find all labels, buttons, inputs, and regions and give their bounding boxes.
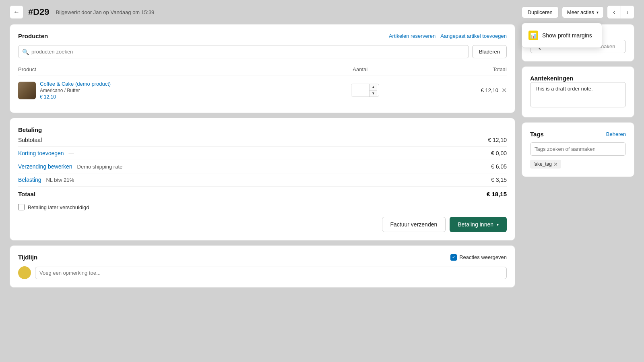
tag-remove-button[interactable]: ✕ [553,162,558,167]
betaling-later-row: Betaling later verschuldigd [18,204,507,210]
product-qty-wrap: 1 ▲ ▼ [319,84,411,97]
table-header: Product Aantal Totaal [18,65,507,76]
nav-arrows: ‹ › [607,5,634,19]
tijdlijn-bottom [18,266,507,279]
factuur-verzenden-button[interactable]: Factuur verzenden [382,217,446,232]
korting-row-left: Korting toevoegen — [18,150,74,156]
tijdlijn-card: Tijdlijn ✓ Reacties weergeven [10,245,515,288]
right-column: Klant 🔍 Aantekeningen This is a draft or… [522,24,634,356]
verzending-value: € 6,05 [491,163,507,170]
comment-input[interactable] [35,267,507,279]
tags-header: Tags Beheren [530,131,626,138]
product-total-price: € 12,10 [481,87,498,93]
tags-beheren-link[interactable]: Beheren [606,131,626,137]
betaling-later-label: Betaling later verschuldigd [28,204,89,210]
tag-label: fake_tag [533,161,552,167]
belasting-sub: NL btw 21% [46,177,74,183]
tijdlijn-header: Tijdlijn ✓ Reacties weergeven [18,254,507,261]
show-profit-margins-label: Show profit margins [542,32,592,39]
betaling-subtotaal-row: Subtotaal € 12,10 [18,134,507,147]
totaal-label: Totaal [18,191,35,197]
betaling-innen-button[interactable]: Betaling innen ▾ [450,217,507,232]
product-variant: Americano / Butter [40,88,315,93]
verzending-link[interactable]: Verzending bewerken [18,163,72,170]
betaling-card: Betaling Subtotaal € 12,10 Korting toevo… [10,118,515,241]
product-image [18,82,36,99]
korting-value: € 0,00 [491,150,507,156]
products-header-links: Artikelen reserveren Aangepast artikel t… [389,33,507,39]
avatar [18,266,31,279]
products-card: Producten Artikelen reserveren Aangepast… [10,24,515,113]
betaling-title: Betaling [18,126,42,133]
list-item: fake_tag ✕ [530,160,561,169]
meer-acties-button[interactable]: Meer acties ▾ [562,6,604,18]
product-total-wrap: € 12,10 ✕ [415,86,507,94]
qty-down-button[interactable]: ▼ [369,90,377,97]
product-search-input[interactable] [18,45,469,58]
product-price: € 12,10 [40,94,315,100]
reacties-checkbox[interactable]: ✓ [450,254,457,261]
products-header: Producten Artikelen reserveren Aangepast… [18,33,507,39]
betaling-total-row: Totaal € 18,15 [18,187,507,199]
korting-link[interactable]: Korting toevoegen [18,150,64,156]
verzending-sub: Demo shipping rate [77,164,123,170]
action-buttons: Factuur verzenden Betaling innen ▾ [18,217,507,232]
betaling-later-checkbox[interactable] [18,204,25,210]
bladeren-button[interactable]: Bladeren [472,45,507,58]
subtotaal-value: € 12,10 [488,137,507,143]
betaling-korting-row: Korting toevoegen — € 0,00 [18,147,507,160]
product-search-icon: 🔍 [22,49,29,55]
betaling-belasting-row: Belasting NL btw 21% € 3,15 [18,173,507,187]
nav-next-button[interactable]: › [621,5,634,19]
belasting-link[interactable]: Belasting [18,177,41,183]
meer-acties-dropdown: 📊 Show profit margins [522,23,602,48]
col-totaal-header: Totaal [409,66,507,72]
qty-up-button[interactable]: ▲ [369,84,377,90]
totaal-value: € 18,15 [487,191,507,197]
table-row: Coffee & Cake (demo product) Americano /… [18,76,507,105]
tags-title: Tags [530,131,606,138]
left-column: Producten Artikelen reserveren Aangepast… [10,24,515,356]
product-search-bar: 🔍 Bladeren [18,45,507,58]
tijdlijn-title: Tijdlijn [18,254,450,261]
tags-list: fake_tag ✕ [530,160,626,169]
betaling-innen-label: Betaling innen [458,221,493,228]
col-product-header: Product [18,66,311,72]
verzending-row-left: Verzending bewerken Demo shipping rate [18,163,122,170]
main-content: Producten Artikelen reserveren Aangepast… [0,24,644,362]
betaling-verzending-row: Verzending bewerken Demo shipping rate €… [18,160,507,173]
subtotaal-label: Subtotaal [18,137,42,143]
top-bar: ← #D29 Bijgewerkt door Jan op Vandaag om… [0,0,644,24]
col-aantal-header: Aantal [311,66,409,72]
notes-textarea[interactable]: This is a draft order note. [530,82,626,107]
aantekeningen-title: Aantekeningen [530,75,574,82]
aangepast-artikel-toevoegen-link[interactable]: Aangepast artikel toevoegen [440,33,507,39]
product-name-link[interactable]: Coffee & Cake (demo product) [40,81,315,87]
korting-sub: — [69,150,74,156]
tags-search-input[interactable] [530,142,626,156]
duplicate-button[interactable]: Dupliceren [522,6,559,18]
caret-icon: ▾ [597,10,599,14]
aantekeningen-card: Aantekeningen This is a draft order note… [522,66,634,117]
top-bar-actions: Dupliceren Meer acties ▾ ‹ › 📊 Show prof… [522,5,634,19]
tags-card: Tags Beheren fake_tag ✕ [522,122,634,177]
meer-acties-label: Meer acties [567,9,594,15]
quantity-stepper[interactable]: 1 ▲ ▼ [351,84,379,97]
products-title: Producten [18,33,389,39]
product-search-wrap: 🔍 [18,45,469,58]
product-info: Coffee & Cake (demo product) Americano /… [40,81,315,100]
order-id: #D29 [28,7,50,17]
nav-prev-button[interactable]: ‹ [607,5,621,19]
order-subtitle: Bijgewerkt door Jan op Vandaag om 15:39 [56,9,155,15]
belasting-value: € 3,15 [491,177,507,183]
back-button[interactable]: ← [10,5,23,19]
betaling-caret-icon: ▾ [497,222,499,227]
remove-product-button[interactable]: ✕ [502,86,507,94]
reacties-label: Reacties weergeven [459,254,507,260]
artikelen-reserveren-link[interactable]: Artikelen reserveren [389,33,436,39]
reacties-checkbox-row: ✓ Reacties weergeven [450,254,507,261]
show-profit-margins-item[interactable]: 📊 Show profit margins [522,27,602,44]
qty-input[interactable]: 1 [351,84,369,97]
belasting-row-left: Belasting NL btw 21% [18,177,74,183]
profit-margins-icon: 📊 [528,31,538,40]
